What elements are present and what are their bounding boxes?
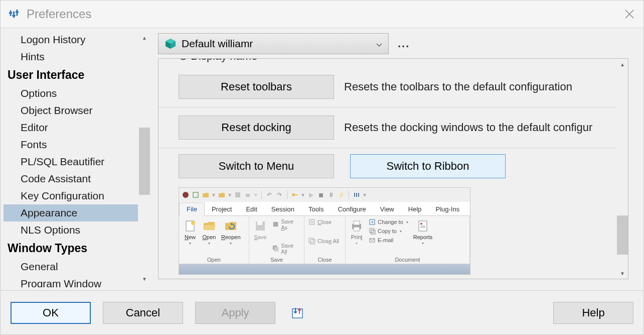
tree-item[interactable]: Editor [4, 119, 138, 136]
reset-toolbars-desc: Resets the toolbars to the default confi… [344, 80, 572, 93]
save-icon[interactable] [234, 191, 241, 198]
cancel-button[interactable]: Cancel [103, 302, 183, 324]
ok-button[interactable]: OK [11, 302, 91, 324]
print-button[interactable]: Print▾ [349, 218, 365, 247]
svg-rect-4 [12, 15, 15, 17]
ribbon-tab[interactable]: Project [205, 203, 239, 215]
profile-label: Default williamr [182, 38, 253, 50]
preferences-icon [9, 9, 20, 20]
more-options-button[interactable]: ... [398, 37, 410, 50]
close-button[interactable]: Close [307, 218, 340, 226]
svg-rect-21 [273, 222, 278, 227]
category-tree: Logon History Hints User Interface Optio… [1, 28, 154, 290]
reopen-button[interactable]: Reopen▾ [220, 218, 242, 247]
tree-item-appearance[interactable]: Appearance [4, 204, 138, 221]
svg-rect-3 [9, 12, 12, 14]
app-icon [182, 191, 189, 198]
reset-toolbars-button[interactable]: Reset toolbars [179, 75, 334, 99]
scroll-down-icon[interactable]: ▼ [139, 273, 150, 284]
tree-header-ui[interactable]: User Interface [4, 65, 138, 85]
switch-to-menu-button[interactable]: Switch to Menu [179, 154, 334, 178]
scroll-up-icon[interactable]: ▲ [617, 59, 628, 70]
ribbon-tab[interactable]: Session [264, 203, 301, 215]
ribbon-body: New▾ Open▾ Reopen▾ Open Save Save As [179, 216, 470, 264]
scroll-down-icon[interactable]: ▼ [617, 268, 628, 279]
tree-item[interactable]: NLS Options [4, 221, 138, 239]
pause-icon[interactable]: ⏸ [328, 191, 335, 198]
reports-button[interactable]: Reports▾ [412, 218, 434, 247]
email-button[interactable]: E-mail [368, 236, 409, 244]
svg-point-8 [183, 192, 189, 198]
svg-rect-14 [354, 193, 355, 197]
stop-icon[interactable]: ◼ [317, 191, 325, 198]
saveall-button[interactable]: Save All [271, 242, 301, 255]
tree-item[interactable]: Logon History [4, 31, 138, 48]
svg-rect-33 [370, 229, 374, 233]
ribbon-tab-file[interactable]: File [179, 202, 205, 216]
save-button[interactable]: Save [252, 218, 268, 241]
switch-to-ribbon-button[interactable]: Switch to Ribbon [350, 154, 506, 178]
tree-item[interactable]: Key Configuration [4, 187, 138, 204]
sliders-icon[interactable] [353, 191, 360, 198]
ribbon-tab[interactable]: Tools [301, 203, 331, 215]
profile-dropdown[interactable]: Default williamr [158, 33, 389, 54]
tree-item[interactable]: Program Window [4, 275, 138, 287]
scroll-thumb[interactable] [139, 128, 150, 195]
svg-rect-1 [13, 12, 15, 18]
svg-rect-5 [16, 12, 19, 13]
copyto-button[interactable]: Copy to▾ [368, 227, 409, 235]
tree-item[interactable]: General [4, 258, 138, 275]
tree-item[interactable]: PL/SQL Beautifier [4, 153, 138, 170]
sidebar-scrollbar[interactable]: ▲ ▼ [139, 32, 150, 284]
ribbon-tab[interactable]: View [373, 203, 401, 215]
reset-docking-desc: Resets the docking windows to the defaul… [344, 121, 592, 134]
tree-item[interactable]: Object Browser [4, 102, 138, 119]
group-label: Document [349, 256, 466, 264]
tree-header-window-types[interactable]: Window Types [4, 239, 138, 258]
help-button[interactable]: Help [553, 302, 633, 324]
title-bar: Preferences [1, 1, 643, 28]
closeall-button[interactable]: Close All [307, 237, 340, 245]
changeto-button[interactable]: Change to▾ [368, 218, 409, 226]
svg-rect-16 [358, 193, 359, 197]
svg-rect-31 [354, 227, 360, 231]
ribbon-tab[interactable]: Plug-Ins [429, 203, 467, 215]
svg-rect-23 [274, 247, 279, 252]
open-icon[interactable] [202, 191, 209, 198]
scroll-thumb[interactable] [617, 215, 628, 255]
print-icon[interactable] [244, 191, 251, 198]
scroll-up-icon[interactable]: ▲ [139, 32, 150, 43]
saveas-button[interactable]: Save As [271, 218, 301, 231]
import-export-icon[interactable] [290, 306, 304, 320]
tree-item[interactable]: Options [4, 85, 138, 102]
folder-icon[interactable] [218, 191, 225, 198]
open-button[interactable]: Open▾ [201, 218, 217, 247]
reset-docking-button[interactable]: Reset docking [179, 116, 334, 140]
svg-rect-20 [257, 221, 262, 225]
redo-icon[interactable]: ↷ [276, 191, 283, 198]
svg-rect-13 [294, 194, 298, 195]
tree-item[interactable]: Code Assistant [4, 170, 138, 187]
tree-item[interactable]: Fonts [4, 136, 138, 153]
play-icon[interactable]: ▶ [307, 191, 314, 198]
close-icon[interactable] [623, 8, 635, 20]
key-icon[interactable] [291, 191, 298, 198]
ribbon-tabs: File Project Edit Session Tools Configur… [179, 202, 470, 216]
window-title: Preferences [27, 7, 91, 21]
tree-item[interactable]: Hints [4, 48, 138, 65]
quick-access-toolbar: ▾ ▾ ▾ ↶ ↷ ▾ ▶ ◼ ⏸ [179, 188, 470, 202]
ribbon-tab[interactable]: Configure [331, 203, 373, 215]
settings-scrollbar[interactable]: ▲ ▼ [617, 59, 628, 279]
ribbon-statusbar [179, 264, 470, 274]
new-button[interactable]: New▾ [182, 218, 198, 247]
cut-section-header: ⊙ Display name [158, 59, 616, 67]
lightning-icon[interactable]: ⚡ [338, 191, 345, 198]
dialog-buttons: OK Cancel Apply Help [1, 290, 643, 334]
svg-rect-34 [371, 230, 375, 234]
undo-icon[interactable]: ↶ [266, 191, 273, 198]
group-label: Close [307, 256, 342, 264]
new-icon[interactable] [192, 191, 199, 198]
main-panel: Default williamr ... ⊙ Display name Rese… [154, 28, 643, 290]
ribbon-tab[interactable]: Help [401, 203, 429, 215]
ribbon-tab[interactable]: Edit [239, 203, 264, 215]
